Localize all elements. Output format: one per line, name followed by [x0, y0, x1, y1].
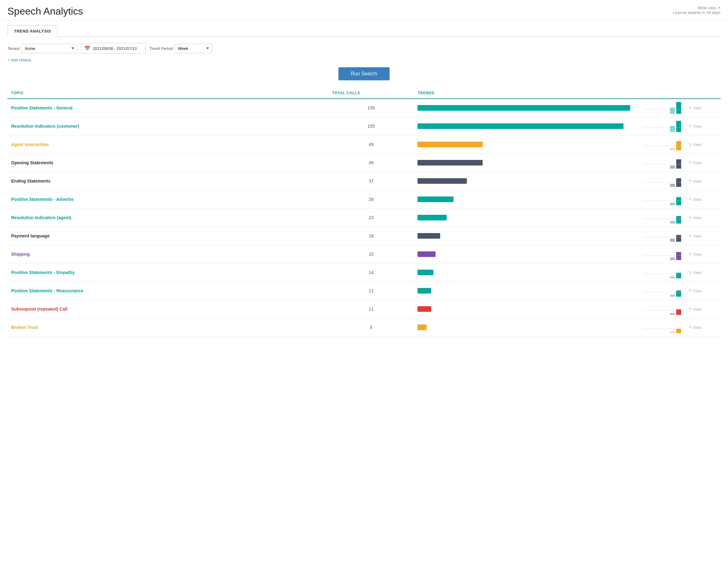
view-label[interactable]: View	[693, 106, 702, 110]
table-row: Subsequent (repeated) Call 11 ✎	[7, 300, 721, 318]
bar-fill	[418, 325, 426, 330]
view-label[interactable]: View	[693, 270, 702, 275]
topic-cell: Broken Trust	[7, 318, 329, 337]
wide-view-link[interactable]: Wide view ↗	[698, 6, 721, 10]
table-row: Ending Statements 37 ✎ Vie	[7, 172, 721, 190]
calls-cell: 11	[329, 300, 414, 318]
view-label[interactable]: View	[693, 252, 702, 257]
table-row: Payment language 18 ✎ View	[7, 227, 721, 245]
actions-cell: ✎ View	[685, 282, 721, 300]
topic-name[interactable]: Positive Statements - Empathy	[11, 270, 75, 275]
view-label[interactable]: View	[693, 179, 702, 183]
trends-cell	[414, 227, 685, 245]
col-header-actions	[685, 88, 721, 98]
bar-fill	[418, 215, 447, 220]
trend-bar-curr	[676, 216, 681, 223]
tenant-select[interactable]: Acme	[22, 44, 77, 53]
view-button[interactable]: ✎ View	[689, 161, 717, 165]
view-button[interactable]: ✎ View	[689, 307, 717, 312]
filters-row: Tenant Acme 📅 2021/06/08 - 2021/07/13 Tr…	[7, 43, 721, 54]
app-title: Speech Analytics	[7, 6, 83, 17]
calls-cell: 49	[329, 154, 414, 172]
trend-baseline	[644, 274, 681, 274]
run-search-button[interactable]: Run Search	[338, 67, 390, 80]
topic-cell: Resolution Indicators (agent)	[7, 209, 329, 227]
trends-cell	[414, 263, 685, 282]
trend-bar-prev	[670, 295, 675, 297]
trends-cell	[414, 172, 685, 190]
topic-cell: Resolution Indicators (customer)	[7, 117, 329, 135]
view-button[interactable]: ✎ View	[689, 106, 717, 110]
view-label[interactable]: View	[693, 197, 702, 202]
view-label[interactable]: View	[693, 307, 702, 312]
table-row: Resolution Indicators (customer) 155	[7, 117, 721, 135]
topic-name[interactable]: Broken Trust	[11, 325, 38, 330]
actions-cell: ✎ View	[685, 117, 721, 135]
topic-name[interactable]: Subsequent (repeated) Call	[11, 306, 67, 312]
view-label[interactable]: View	[693, 234, 702, 238]
run-search-wrap: Run Search	[7, 67, 721, 80]
view-button[interactable]: ✎ View	[689, 197, 717, 202]
trend-bar-prev	[670, 184, 675, 187]
view-button[interactable]: ✎ View	[689, 289, 717, 293]
trend-baseline	[644, 255, 681, 256]
topic-name[interactable]: Positive Statements - General	[11, 106, 73, 110]
view-icon: ✎	[689, 325, 692, 329]
view-icon: ✎	[689, 307, 692, 311]
trend-bar-prev	[670, 203, 675, 205]
topic-name[interactable]: Shipping	[11, 252, 30, 257]
view-button[interactable]: ✎ View	[689, 252, 717, 257]
calendar-icon: 📅	[84, 46, 90, 51]
view-label[interactable]: View	[693, 142, 702, 147]
results-table: TOPIC TOTAL CALLS TRENDS Positive Statem…	[7, 88, 721, 337]
calls-cell: 11	[329, 282, 414, 300]
add-criteria-link[interactable]: + Add criteria	[7, 58, 31, 62]
topic-name[interactable]: Positive Statements - Adverbs	[11, 197, 74, 202]
trend-bar-prev	[670, 257, 675, 260]
topic-name[interactable]: Resolution Indicators (customer)	[11, 124, 79, 129]
view-button[interactable]: ✎ View	[689, 325, 717, 330]
trends-cell	[414, 154, 685, 172]
view-label[interactable]: View	[693, 161, 702, 165]
topic-cell: Agent insecurities	[7, 135, 329, 154]
trend-baseline	[644, 201, 681, 201]
trend-bar-curr	[676, 235, 681, 242]
view-label[interactable]: View	[693, 124, 702, 129]
tab-trend-analysis[interactable]: TREND ANALYSIS	[7, 26, 58, 37]
topic-cell: Payment language	[7, 227, 329, 245]
view-label[interactable]: View	[693, 215, 702, 220]
view-button[interactable]: ✎ View	[689, 270, 717, 275]
bar-fill	[418, 270, 433, 275]
bar-fill	[418, 251, 435, 257]
topic-name[interactable]: Resolution Indicators (agent)	[11, 215, 71, 220]
trend-baseline	[644, 182, 681, 182]
trends-cell	[414, 98, 685, 117]
trend-bar-prev	[670, 126, 675, 132]
calls-cell: 155	[329, 117, 414, 135]
table-row: Agent insecurities 49 ✎ Vi	[7, 135, 721, 154]
date-range-wrap[interactable]: 📅 2021/06/08 - 2021/07/13	[81, 43, 146, 54]
view-button[interactable]: ✎ View	[689, 179, 717, 183]
trend-period-select[interactable]: Week Month Day	[175, 44, 212, 53]
view-button[interactable]: ✎ View	[689, 215, 717, 220]
actions-cell: ✎ View	[685, 98, 721, 117]
view-label[interactable]: View	[693, 289, 702, 293]
view-button[interactable]: ✎ View	[689, 234, 717, 238]
topic-cell: Opening Statements	[7, 154, 329, 172]
calls-cell: 49	[329, 135, 414, 154]
topic-cell: Positive Statements - Reassurance	[7, 282, 329, 300]
view-button[interactable]: ✎ View	[689, 142, 717, 147]
table-header: TOPIC TOTAL CALLS TRENDS	[7, 88, 721, 98]
trend-bar-prev	[670, 277, 675, 278]
table-row: Broken Trust 8 ✎ View	[7, 318, 721, 337]
trends-cell	[414, 209, 685, 227]
topic-name[interactable]: Agent insecurities	[11, 142, 49, 147]
trend-bar-prev	[670, 165, 675, 169]
view-icon: ✎	[689, 124, 692, 128]
table-row: Positive Statements - Reassurance 11	[7, 282, 721, 300]
view-button[interactable]: ✎ View	[689, 124, 717, 129]
view-label[interactable]: View	[693, 325, 702, 330]
topic-name[interactable]: Positive Statements - Reassurance	[11, 288, 83, 293]
actions-cell: ✎ View	[685, 190, 721, 209]
trend-period-group: Trend Period Week Month Day	[150, 44, 212, 53]
